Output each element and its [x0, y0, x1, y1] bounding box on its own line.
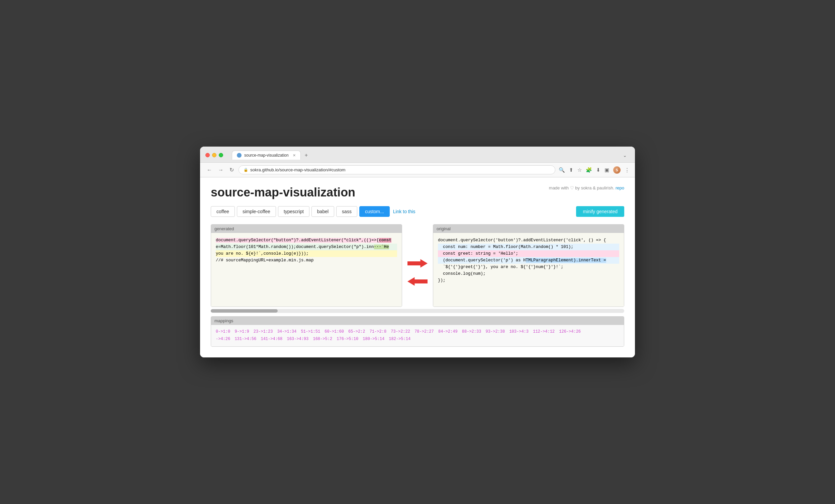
mapping-item[interactable]: 103->4:3	[509, 329, 529, 334]
mapping-item[interactable]: 112->4:12	[533, 329, 555, 334]
generated-panel-body[interactable]: document.querySelector("button")?.addEve…	[211, 233, 402, 306]
minimize-button[interactable]	[212, 153, 217, 157]
mappings-header: mappings	[211, 317, 624, 325]
tab-menu-button[interactable]: ⌄	[620, 151, 630, 159]
mapping-item[interactable]: 78->2:27	[414, 329, 434, 334]
generated-panel: generated document.querySelector("button…	[211, 224, 402, 307]
mapping-item[interactable]: ->4:26	[216, 337, 230, 341]
preset-sass-button[interactable]: sass	[336, 206, 357, 217]
mapping-item[interactable]: 141->4:68	[261, 337, 282, 341]
mapping-item[interactable]: 73->2:22	[391, 329, 410, 334]
mappings-section: mappings 0->1:0 9->1:9 23->1:23 34->1:34…	[211, 316, 624, 346]
original-panel-header: original	[433, 225, 624, 233]
mapping-item[interactable]: 51->1:51	[301, 329, 320, 334]
mapping-item[interactable]: 88->2:33	[462, 329, 482, 334]
scrollbar-area[interactable]	[211, 309, 624, 313]
generated-code-line-3: you are no. ${e}!`,console.log(e)}));	[216, 250, 397, 257]
mapping-item[interactable]: 180->5:14	[363, 337, 384, 341]
made-with-text: made with ♡ by sokra & paulirish. repo	[549, 185, 624, 190]
mapping-item[interactable]: 163->4:93	[287, 337, 308, 341]
search-icon[interactable]: 🔍	[559, 167, 565, 173]
traffic-lights	[205, 153, 223, 157]
minify-button[interactable]: minify generated	[576, 206, 624, 217]
arrows-container	[407, 224, 428, 307]
bookmark-icon[interactable]: ☆	[577, 167, 582, 173]
mapping-item[interactable]: 60->1:60	[325, 329, 344, 334]
reload-button[interactable]: ↻	[228, 165, 235, 174]
tab-bar: source-map-visualization ✕ + ⌄	[232, 150, 630, 160]
preset-typescript-button[interactable]: typescript	[278, 206, 309, 217]
title-bar: source-map-visualization ✕ + ⌄	[200, 146, 635, 163]
preset-simple-coffee-button[interactable]: simple-coffee	[237, 206, 276, 217]
maximize-button[interactable]	[219, 153, 223, 157]
address-bar: ← → ↻ 🔒 sokra.github.io/source-map-visua…	[200, 163, 635, 177]
browser-window: source-map-visualization ✕ + ⌄ ← → ↻ 🔒 s…	[200, 146, 635, 357]
orig-line-7: });	[438, 277, 619, 284]
orig-line-5: `${'{'}greet{'}'}, you are no. ${'{'}num…	[438, 264, 619, 270]
page-title: source-map-visualization	[211, 185, 355, 199]
security-icon: 🔒	[244, 168, 248, 172]
mapping-item[interactable]: 131->4:56	[235, 337, 256, 341]
repo-link[interactable]: repo	[615, 185, 624, 190]
arrow-left-icon	[407, 277, 428, 286]
mapping-item[interactable]: 65->2:2	[348, 329, 365, 334]
sidebar-icon[interactable]: ▣	[605, 167, 609, 173]
arrow-right-icon	[407, 258, 428, 268]
generated-code-line-4: //# sourceMappingURL=example.min.js.map	[216, 257, 397, 264]
generated-panel-header: generated	[211, 225, 402, 233]
active-tab[interactable]: source-map-visualization ✕	[232, 150, 301, 160]
tab-favicon	[237, 153, 242, 158]
extensions-icon[interactable]: 🧩	[586, 167, 592, 173]
address-icons: 🔍 ⬆ ☆ 🧩 ⬇ ▣ S ⋮	[559, 166, 630, 174]
mapping-item[interactable]: 34->1:34	[277, 329, 297, 334]
svg-marker-1	[407, 277, 428, 286]
original-panel: original document.querySelector('button'…	[433, 224, 624, 307]
menu-icon[interactable]: ⋮	[625, 167, 630, 173]
code-panels-wrapper: generated document.querySelector("button…	[211, 224, 624, 307]
mapping-item[interactable]: 126->4:26	[559, 329, 581, 334]
url-bar[interactable]: 🔒 sokra.github.io/source-map-visualizati…	[239, 165, 555, 174]
download-icon[interactable]: ⬇	[596, 167, 600, 173]
mapping-item[interactable]: 93->2:38	[486, 329, 505, 334]
tab-title: source-map-visualization	[244, 153, 289, 158]
toolbar: coffee simple-coffee typescript babel sa…	[211, 206, 624, 217]
user-avatar[interactable]: S	[613, 166, 620, 174]
mapping-item[interactable]: 0->1:0	[216, 329, 230, 334]
svg-marker-0	[407, 259, 428, 268]
generated-code-line-1: document.querySelector("button")?.addEve…	[216, 237, 397, 244]
mappings-body: 0->1:0 9->1:9 23->1:23 34->1:34 51->1:51…	[211, 325, 624, 346]
tab-close-button[interactable]: ✕	[293, 153, 296, 158]
page-header: source-map-visualization made with ♡ by …	[211, 185, 624, 199]
mapping-item[interactable]: 71->2:8	[370, 329, 386, 334]
mapping-item[interactable]: 9->1:9	[235, 329, 249, 334]
preset-babel-button[interactable]: babel	[311, 206, 334, 217]
mapping-item[interactable]: 176->5:10	[337, 337, 358, 341]
share-icon[interactable]: ⬆	[569, 167, 573, 173]
orig-line-2: const num: number = Math.floor(Math.rand…	[438, 244, 619, 250]
link-to-this-button[interactable]: Link to this	[393, 209, 415, 214]
mapping-item[interactable]: 84->2:49	[438, 329, 457, 334]
mapping-item[interactable]: 23->1:23	[253, 329, 273, 334]
forward-button[interactable]: →	[217, 166, 225, 174]
mapping-item[interactable]: 182->5:14	[389, 337, 410, 341]
original-panel-body[interactable]: document.querySelector('button')?.addEve…	[433, 233, 624, 306]
page-content: source-map-visualization made with ♡ by …	[200, 177, 635, 357]
mapping-item[interactable]: 168->5:2	[313, 337, 332, 341]
back-button[interactable]: ←	[205, 166, 213, 174]
new-tab-button[interactable]: +	[302, 151, 310, 160]
url-text: sokra.github.io/source-map-visualization…	[250, 167, 346, 173]
close-button[interactable]	[205, 153, 210, 157]
preset-coffee-button[interactable]: coffee	[211, 206, 235, 217]
generated-code-line-2: e=Math.floor(101*Math.random());document…	[216, 244, 397, 250]
orig-line-3: const greet: string = 'Hello';	[438, 250, 619, 257]
orig-line-4: (document.querySelector('p') as HTMLPara…	[438, 257, 619, 264]
orig-line-1: document.querySelector('button')?.addEve…	[438, 237, 619, 244]
orig-line-6: console.log(num);	[438, 270, 619, 277]
preset-custom-button[interactable]: custom...	[359, 206, 390, 217]
